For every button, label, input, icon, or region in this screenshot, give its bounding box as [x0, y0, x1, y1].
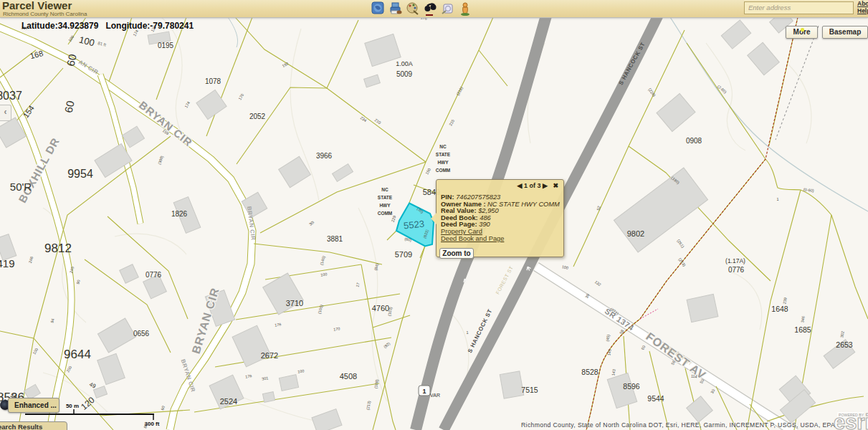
- svg-text:HWY: HWY: [379, 203, 391, 208]
- svg-text:esri: esri: [834, 411, 868, 430]
- svg-text:419: 419: [0, 257, 15, 269]
- svg-text:9644: 9644: [64, 348, 91, 361]
- svg-text:100: 100: [320, 272, 328, 277]
- svg-text:3881: 3881: [327, 235, 343, 243]
- svg-text:4508: 4508: [340, 372, 357, 381]
- svg-text:60: 60: [65, 53, 79, 67]
- svg-text:4760: 4760: [372, 304, 389, 312]
- svg-text:0776: 0776: [146, 271, 162, 279]
- svg-text:170: 170: [333, 326, 340, 331]
- svg-text:(1.17A): (1.17A): [725, 257, 745, 264]
- svg-text:1078: 1078: [205, 77, 221, 85]
- svg-text:9802: 9802: [627, 229, 644, 238]
- svg-text:NC: NC: [439, 144, 447, 149]
- svg-text:3966: 3966: [316, 152, 333, 160]
- svg-text:2653: 2653: [836, 340, 853, 349]
- svg-text:1685: 1685: [794, 325, 811, 334]
- svg-text:5523: 5523: [403, 219, 424, 231]
- svg-text:50 m: 50 m: [66, 403, 79, 409]
- svg-text:8037: 8037: [0, 90, 22, 102]
- svg-text:9954: 9954: [67, 168, 93, 180]
- svg-text:STATE: STATE: [436, 152, 451, 157]
- svg-text:1: 1: [422, 388, 426, 395]
- svg-text:9812: 9812: [44, 242, 72, 255]
- svg-text:VAR: VAR: [430, 393, 440, 398]
- svg-text:5009: 5009: [396, 70, 413, 78]
- svg-text:0656: 0656: [133, 330, 150, 338]
- svg-text:9544: 9544: [647, 394, 664, 403]
- svg-text:2672: 2672: [261, 351, 278, 360]
- svg-text:176: 176: [245, 373, 252, 378]
- svg-text:0195: 0195: [158, 42, 174, 49]
- svg-text:1: 1: [776, 197, 778, 201]
- svg-text:1826: 1826: [171, 210, 188, 218]
- svg-text:COMM: COMM: [436, 168, 451, 173]
- svg-text:STATE: STATE: [378, 195, 393, 200]
- svg-text:1648: 1648: [771, 305, 788, 313]
- svg-text:100: 100: [297, 368, 305, 373]
- svg-text:2524: 2524: [220, 397, 237, 406]
- svg-text:HWY: HWY: [437, 160, 449, 165]
- svg-text:60: 60: [62, 100, 77, 114]
- svg-text:5709: 5709: [395, 250, 412, 259]
- svg-text:8596: 8596: [623, 382, 640, 391]
- svg-text:50'R: 50'R: [10, 181, 32, 193]
- svg-text:COMM: COMM: [378, 211, 393, 216]
- svg-text:300 ft: 300 ft: [145, 421, 160, 427]
- svg-text:114: 114: [691, 373, 698, 378]
- svg-text:301: 301: [262, 376, 269, 381]
- svg-text:2052: 2052: [249, 113, 266, 120]
- svg-text:3710: 3710: [286, 299, 303, 307]
- svg-text:7515: 7515: [521, 386, 538, 394]
- svg-text:1.00A: 1.00A: [396, 60, 413, 67]
- svg-text:1: 1: [466, 330, 468, 335]
- svg-text:NC: NC: [381, 187, 388, 192]
- svg-text:0776: 0776: [728, 266, 745, 274]
- svg-text:8528: 8528: [581, 368, 598, 376]
- svg-text:176: 176: [275, 322, 282, 327]
- svg-text:0908: 0908: [686, 137, 702, 145]
